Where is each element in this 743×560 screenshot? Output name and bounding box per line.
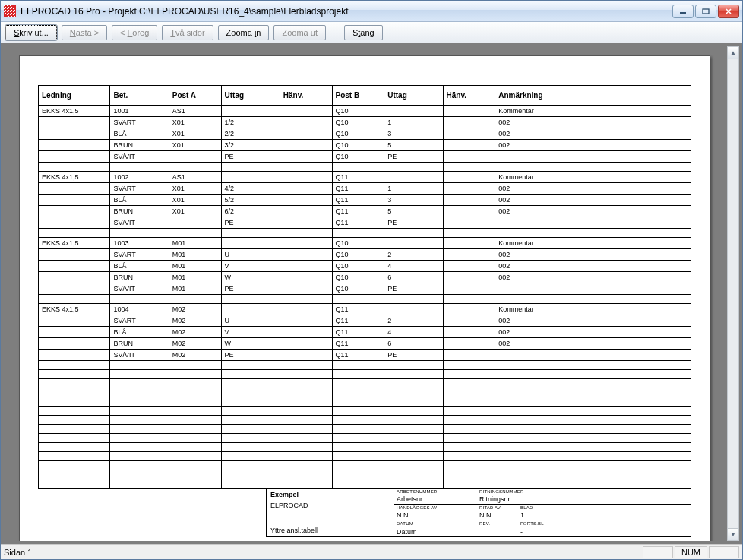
lbl-arbetsnr: ARBETSNUMMER	[397, 489, 473, 494]
vertical-scrollbar[interactable]: ▲ ▼	[727, 46, 739, 541]
status-cell-3	[709, 546, 739, 558]
table-row	[39, 416, 691, 425]
col-uttag-a: Uttag	[221, 86, 280, 106]
val-datum: Datum	[397, 528, 473, 536]
title-exempel: Exempel	[270, 491, 299, 498]
lbl-forts: FORTS.BL	[520, 521, 688, 526]
title-block-center: Exempel ELPROCAD Yttre ansl.tabell	[266, 489, 394, 537]
val-ritningsnr: Ritningsnr.	[479, 495, 688, 503]
table-row	[39, 229, 691, 238]
val-arbetsnr: Arbetsnr.	[397, 495, 473, 503]
lbl-blad: BLAD	[520, 505, 688, 510]
lbl-ritad: RITAD AV	[479, 505, 514, 510]
table-row: SVARTX011/2Q101002	[39, 117, 691, 128]
close-button[interactable]	[718, 5, 739, 18]
table-row	[39, 370, 691, 379]
val-forts: -	[520, 528, 688, 536]
app-icon	[4, 5, 16, 17]
table-row: EKKS 4x1,51002AS1Q11Kommentar	[39, 172, 691, 183]
table-row	[39, 163, 691, 172]
table-row: SV/VITPEQ10PE	[39, 151, 691, 163]
table-row: EKKS 4x1,51001AS1Q10Kommentar	[39, 106, 691, 117]
table-row: EKKS 4x1,51004M02Q11Kommentar	[39, 304, 691, 315]
table-row: SVARTM01UQ102002	[39, 249, 691, 261]
table-row	[39, 425, 691, 434]
table-header-row: Ledning Bet. Post A Uttag Hänv. Post B U…	[39, 86, 691, 106]
table-row	[39, 443, 691, 452]
table-row: BRUNX013/2Q105002	[39, 140, 691, 151]
table-row: SVARTM02UQ112002	[39, 315, 691, 327]
toolbar: Skriv ut... Nästa > < Föreg Två sidor Zo…	[1, 22, 742, 43]
app-window: ELPROCAD 16 Pro - Projekt C:\ELPROCAD\US…	[0, 0, 743, 560]
table-row: SVARTX014/2Q111002	[39, 183, 691, 195]
maximize-button[interactable]	[695, 5, 716, 18]
print-button[interactable]: Skriv ut...	[5, 25, 57, 40]
table-row: BRUNX016/2Q115002	[39, 206, 691, 217]
close-preview-button[interactable]: Stäng	[344, 25, 383, 40]
titlebar: ELPROCAD 16 Pro - Projekt C:\ELPROCAD\US…	[1, 1, 742, 22]
window-title: ELPROCAD 16 Pro - Projekt C:\ELPROCAD\US…	[21, 6, 672, 17]
scroll-down-icon[interactable]: ▼	[728, 528, 738, 540]
table-row: BLÅM01VQ104002	[39, 261, 691, 272]
col-uttag-b: Uttag	[384, 86, 443, 106]
col-post-b: Post B	[332, 86, 384, 106]
col-post-a: Post A	[169, 86, 221, 106]
data-table: Ledning Bet. Post A Uttag Hänv. Post B U…	[38, 85, 691, 489]
lbl-handl: HANDLÄGGES AV	[397, 505, 473, 510]
table-row	[39, 397, 691, 407]
table-row	[39, 479, 691, 489]
table-row: BRUNM01WQ106002	[39, 272, 691, 283]
val-ritad: N.N.	[479, 511, 514, 519]
table-row: BLÅX015/2Q113002	[39, 195, 691, 206]
table-row	[39, 407, 691, 416]
table-row	[39, 452, 691, 461]
title-company: ELPROCAD	[270, 501, 390, 509]
two-pages-button[interactable]: Två sidor	[162, 25, 213, 40]
table-row	[39, 461, 691, 470]
zoom-out-button[interactable]: Zooma ut	[273, 25, 325, 40]
status-cell-1	[643, 546, 673, 558]
svg-rect-2	[703, 9, 709, 14]
table-row: SV/VITM02PEQ11PE	[39, 350, 691, 361]
table-row: SV/VITM01PEQ10PE	[39, 283, 691, 295]
table-row: SV/VITPEQ11PE	[39, 217, 691, 229]
col-hanv-a: Hänv.	[280, 86, 332, 106]
status-page: Sidan 1	[4, 548, 641, 557]
next-button[interactable]: Nästa >	[62, 25, 107, 40]
title-block-right: ARBETSNUMMERArbetsnr. RITNINGSNUMMERRitn…	[394, 489, 691, 537]
status-num: NUM	[675, 546, 707, 558]
table-row: BRUNM02WQ116002	[39, 338, 691, 350]
col-ledning: Ledning	[39, 86, 110, 106]
lbl-ritningsnr: RITNINGSNUMMER	[479, 489, 688, 494]
table-row	[39, 388, 691, 397]
title-subtitle: Yttre ansl.tabell	[270, 527, 390, 534]
zoom-in-button[interactable]: Zooma in	[218, 25, 270, 40]
col-anm: Anmärkning	[495, 86, 691, 106]
table-row: EKKS 4x1,51003M01Q10Kommentar	[39, 238, 691, 249]
statusbar: Sidan 1 NUM	[1, 544, 742, 559]
val-handl: N.N.	[397, 511, 473, 519]
val-blad: 1	[520, 511, 688, 519]
table-body: EKKS 4x1,51001AS1Q10KommentarSVARTX011/2…	[39, 106, 691, 489]
title-block: Exempel ELPROCAD Yttre ansl.tabell ARBET…	[266, 489, 691, 537]
table-row	[39, 361, 691, 370]
prev-button[interactable]: < Föreg	[112, 25, 157, 40]
minimize-button[interactable]	[672, 5, 694, 18]
col-bet: Bet.	[110, 86, 169, 106]
lbl-datum: DATUM	[397, 521, 473, 526]
table-row	[39, 470, 691, 479]
table-row: BLÅM02VQ114002	[39, 327, 691, 338]
table-row	[39, 295, 691, 304]
window-controls	[672, 5, 739, 18]
table-row: BLÅX012/2Q103002	[39, 128, 691, 140]
lbl-rev: REV.	[479, 521, 514, 526]
preview-canvas[interactable]: Ledning Bet. Post A Uttag Hänv. Post B U…	[4, 46, 726, 541]
table-row	[39, 379, 691, 388]
scroll-up-icon[interactable]: ▲	[728, 47, 738, 59]
col-hanv-b: Hänv.	[443, 86, 495, 106]
table-row	[39, 434, 691, 443]
preview-frame: Ledning Bet. Post A Uttag Hänv. Post B U…	[1, 43, 742, 544]
print-page: Ledning Bet. Post A Uttag Hänv. Post B U…	[19, 55, 710, 541]
